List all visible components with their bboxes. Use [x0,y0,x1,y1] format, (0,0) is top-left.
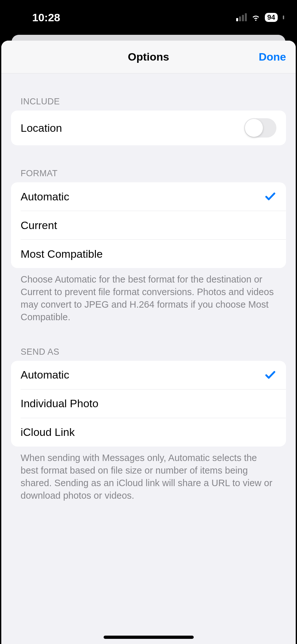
options-sheet: Options Done Include Location Format Aut… [1,41,296,644]
toggle-knob [245,119,263,137]
section-header-send-as: Send As [11,324,286,361]
checkmark-icon [264,369,276,381]
location-row[interactable]: Location [11,111,286,145]
format-option-label: Most Compatible [21,248,103,260]
location-toggle[interactable] [244,118,276,138]
battery-icon: 94 [265,13,278,22]
format-footer: Choose Automatic for the best format for… [11,268,286,324]
include-group: Location [11,111,286,145]
status-bar: 10:28 94 [0,0,297,35]
section-header-include: Include [11,73,286,111]
sheet-content: Include Location Format Automatic Curren… [1,73,296,515]
format-group: Automatic Current Most Compatible [11,182,286,268]
home-indicator[interactable] [104,636,194,639]
checkmark-icon [264,190,276,203]
send-as-option-label: iCloud Link [21,426,75,438]
send-as-footer: When sending with Messages only, Automat… [11,447,286,502]
done-button[interactable]: Done [259,51,286,63]
send-as-group: Automatic Individual Photo iCloud Link [11,361,286,447]
send-as-option-automatic[interactable]: Automatic [11,361,286,389]
send-as-option-label: Individual Photo [21,397,98,410]
send-as-option-label: Automatic [21,369,69,381]
format-option-most-compatible[interactable]: Most Compatible [11,240,286,268]
wifi-icon [251,12,261,23]
battery-level: 94 [267,13,275,22]
format-option-label: Automatic [21,190,69,203]
format-option-label: Current [21,219,57,232]
send-as-option-icloud-link[interactable]: iCloud Link [11,418,286,447]
sheet-header: Options Done [1,41,296,73]
status-right: 94 [236,12,284,23]
format-option-current[interactable]: Current [11,211,286,239]
section-header-format: Format [11,145,286,182]
sheet-title: Options [128,51,169,63]
send-as-option-individual-photo[interactable]: Individual Photo [11,389,286,418]
status-time: 10:28 [32,11,60,24]
location-label: Location [21,122,62,134]
cellular-signal-icon [236,14,247,21]
format-option-automatic[interactable]: Automatic [11,182,286,211]
